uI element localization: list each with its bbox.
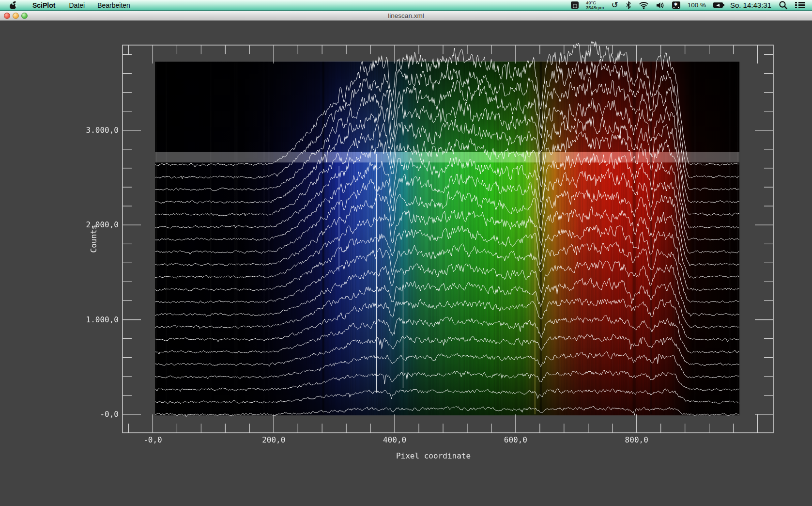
menu-bar: SciPlot Datei Bearbeiten 49°C 3548rpm ↺ <box>0 0 812 11</box>
character-viewer-icon[interactable] <box>672 1 680 9</box>
screen: SciPlot Datei Bearbeiten 49°C 3548rpm ↺ <box>0 0 812 506</box>
x-axis-title: Pixel coordinate <box>375 451 491 460</box>
x-tick-label: -0,0 <box>131 435 174 444</box>
notification-center-icon[interactable] <box>795 2 805 9</box>
volume-icon[interactable] <box>656 2 665 9</box>
y-axis-title: Counts <box>89 210 98 268</box>
apple-menu[interactable] <box>10 1 16 9</box>
x-tick-label: 800,0 <box>615 435 659 444</box>
menu-clock[interactable]: So. 14:43:31 <box>730 1 771 9</box>
window-title: linescan.xml <box>0 11 812 20</box>
x-tick-label: 400,0 <box>373 435 416 444</box>
temp-fan-readout[interactable]: 49°C 3548rpm <box>586 0 604 10</box>
y-tick-label: -0,0 <box>65 410 119 419</box>
battery-icon[interactable] <box>713 2 723 8</box>
plot-canvas[interactable] <box>0 21 812 506</box>
menu-bar-status: 49°C 3548rpm ↺ 100 % So. 14:43:31 <box>571 0 812 10</box>
y-tick-label: 1.000,0 <box>65 315 119 324</box>
battery-percent: 100 % <box>688 1 706 9</box>
window-titlebar[interactable]: linescan.xml <box>0 10 812 21</box>
y-tick-label: 3.000,0 <box>65 126 119 135</box>
x-tick-label: 200,0 <box>252 435 295 444</box>
time-machine-icon[interactable]: ↺ <box>611 1 618 9</box>
plot-content: -0,0200,0400,0600,0800,0-0,01.000,02.000… <box>0 21 812 506</box>
menu-bar-left: SciPlot Datei Bearbeiten <box>0 0 137 10</box>
fan-gauge-icon[interactable] <box>571 1 579 9</box>
menu-datei[interactable]: Datei <box>62 0 91 10</box>
wifi-icon[interactable] <box>639 1 649 9</box>
temperature-value: 49°C <box>586 0 604 5</box>
fan-speed-value: 3548rpm <box>586 5 604 10</box>
menu-sciplot[interactable]: SciPlot <box>25 0 62 10</box>
bluetooth-icon[interactable] <box>626 1 631 9</box>
spotlight-icon[interactable] <box>779 0 788 10</box>
x-tick-label: 600,0 <box>494 435 537 444</box>
menu-bearbeiten[interactable]: Bearbeiten <box>91 0 137 10</box>
